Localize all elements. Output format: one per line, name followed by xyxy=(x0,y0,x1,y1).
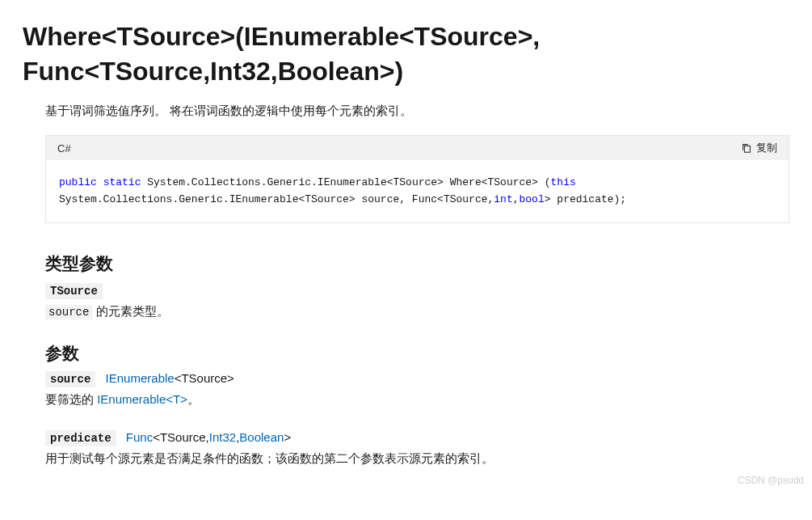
param-source-type-link[interactable]: IEnumerable xyxy=(106,371,175,385)
keyword-static: static xyxy=(103,176,141,188)
param-source-name: source xyxy=(45,371,95,387)
param-predicate-type-link[interactable]: Func xyxy=(126,430,153,444)
code-seg3: , xyxy=(513,193,520,205)
param-source-desc-post: 。 xyxy=(187,392,200,406)
copy-label: 复制 xyxy=(756,141,777,155)
param-source-row: source IEnumerable<TSource> xyxy=(45,371,789,387)
param-predicate-generic-post: > xyxy=(284,430,291,444)
code-body[interactable]: public static System.Collections.Generic… xyxy=(46,160,789,222)
inline-code-source: source xyxy=(45,305,92,319)
param-predicate-desc: 用于测试每个源元素是否满足条件的函数；该函数的第二个参数表示源元素的索引。 xyxy=(45,451,789,467)
type-param-name: TSource xyxy=(45,283,103,299)
svg-rect-0 xyxy=(744,146,750,153)
param-source-desc-link[interactable]: IEnumerable<T> xyxy=(97,392,187,406)
copy-icon xyxy=(741,142,752,154)
param-predicate-name: predicate xyxy=(45,430,116,446)
page-title: Where<TSource>(IEnumerable<TSource>, Fun… xyxy=(23,19,789,89)
param-source-type-generic: <TSource> xyxy=(175,371,234,385)
param-predicate-generic-link1[interactable]: Int32 xyxy=(209,430,236,444)
type-params-heading: 类型参数 xyxy=(45,252,789,275)
code-lang-label: C# xyxy=(57,142,71,154)
keyword-this: this xyxy=(551,176,576,188)
copy-button[interactable]: 复制 xyxy=(741,141,777,155)
type-param-desc-post: 的元素类型。 xyxy=(92,304,168,318)
keyword-bool: bool xyxy=(520,193,545,205)
type-param-desc: source 的元素类型。 xyxy=(45,304,789,319)
keyword-int: int xyxy=(494,193,512,205)
param-source-desc-pre: 要筛选的 xyxy=(45,392,97,406)
code-header: C# 复制 xyxy=(46,136,789,160)
param-predicate-generic-pre: <TSource, xyxy=(153,430,209,444)
keyword-public: public xyxy=(59,176,97,188)
params-heading: 参数 xyxy=(45,342,789,365)
code-block: C# 复制 public static System.Collections.G… xyxy=(45,135,789,222)
method-description: 基于谓词筛选值序列。 将在谓词函数的逻辑中使用每个元素的索引。 xyxy=(45,104,789,119)
param-source-desc: 要筛选的 IEnumerable<T>。 xyxy=(45,392,789,408)
code-seg4: > predicate); xyxy=(545,193,626,205)
param-predicate-row: predicate Func<TSource,Int32,Boolean> xyxy=(45,430,789,446)
param-predicate-generic-link2[interactable]: Boolean xyxy=(239,430,284,444)
watermark: CSDN @psudd xyxy=(738,475,804,486)
content-area: 基于谓词筛选值序列。 将在谓词函数的逻辑中使用每个元素的索引。 C# 复制 pu… xyxy=(23,104,789,466)
code-seg1: System.Collections.Generic.IEnumerable<T… xyxy=(141,176,550,188)
